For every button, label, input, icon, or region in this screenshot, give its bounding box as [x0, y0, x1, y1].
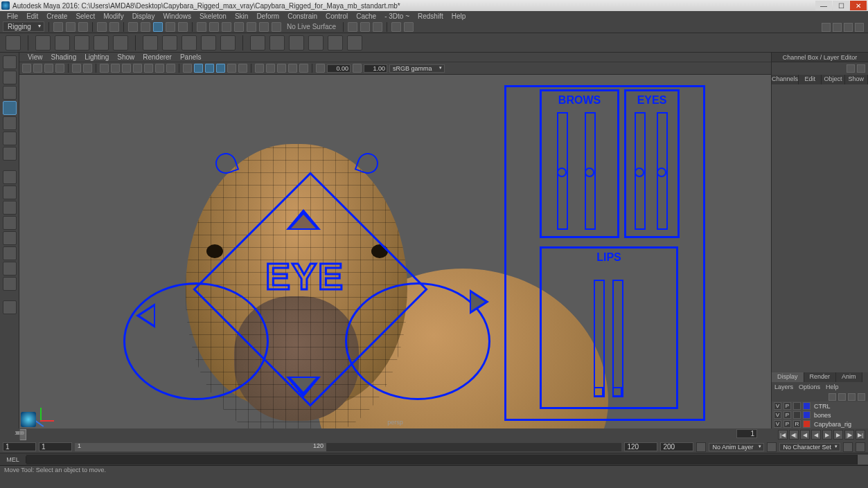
layer-tab-anim[interactable]: Anim	[836, 372, 862, 382]
script-editor-icon[interactable]	[857, 455, 868, 464]
menu-create[interactable]: Create	[42, 12, 71, 20]
prefs-icon[interactable]	[856, 442, 865, 452]
layer-create-selected-icon[interactable]	[858, 393, 865, 401]
panel-depth-of-field-icon[interactable]	[288, 64, 297, 73]
anim-start-field[interactable]	[3, 442, 36, 451]
menu-display[interactable]: Display	[128, 12, 159, 20]
auto-key-icon[interactable]	[843, 442, 853, 452]
menu-file[interactable]: File	[3, 12, 22, 20]
module-selector-dropdown[interactable]: Rigging	[3, 21, 44, 32]
layer-row[interactable]: VPbones	[772, 410, 868, 419]
layer-name-label[interactable]: CTRL	[813, 403, 866, 410]
play-forward-button[interactable]: ▶	[822, 430, 832, 440]
ipr-render-icon[interactable]	[373, 22, 382, 32]
panel-image-plane-icon[interactable]	[55, 64, 64, 73]
snap-grid-icon[interactable]	[197, 22, 206, 32]
panel-gamma-field[interactable]	[364, 64, 387, 73]
layers-toggle-icon[interactable]	[857, 64, 865, 73]
toggle-tool-settings-icon[interactable]	[833, 23, 842, 32]
playback-end-field[interactable]	[624, 442, 657, 451]
brows-slider-right-handle[interactable]	[585, 168, 594, 177]
menu-cache[interactable]: Cache	[352, 12, 380, 20]
shelf-item-8-icon[interactable]	[181, 35, 197, 51]
lips-control-box[interactable]: LIPS	[540, 246, 678, 409]
panel-film-gate-icon[interactable]	[111, 64, 120, 73]
select-mask-icon[interactable]	[166, 22, 175, 32]
panel-resolution-gate-icon[interactable]	[122, 64, 131, 73]
panel-wire-on-shaded-icon[interactable]	[216, 64, 225, 73]
layer-playback-toggle[interactable]: P	[783, 411, 791, 419]
step-back-frame-button[interactable]: ◀	[800, 430, 810, 440]
layout-single-icon[interactable]	[3, 170, 17, 184]
window-minimize-button[interactable]: —	[815, 1, 832, 10]
menu-help[interactable]: Help	[448, 12, 470, 20]
menu-windows[interactable]: Windows	[159, 12, 195, 20]
channel-box-body[interactable]	[772, 84, 868, 372]
panel-colorspace-dropdown[interactable]: sRGB gamma	[389, 64, 445, 73]
layout-three-icon[interactable]	[3, 231, 17, 245]
panel-menu-lighting[interactable]: Lighting	[80, 53, 113, 61]
open-scene-icon[interactable]	[66, 22, 76, 32]
panel-gate-mask-icon[interactable]	[133, 64, 142, 73]
shelf-item-4-icon[interactable]	[94, 35, 109, 51]
construction-history-icon[interactable]	[348, 22, 357, 32]
layer-row[interactable]: VPCTRL	[772, 401, 868, 410]
eyes-slider-right-handle[interactable]	[657, 168, 666, 177]
menu-modify[interactable]: Modify	[99, 12, 127, 20]
channel-tab-edit[interactable]: Edit	[799, 75, 822, 84]
layer-color-swatch[interactable]	[803, 420, 811, 428]
panel-wireframe-icon[interactable]	[183, 64, 192, 73]
snap-curve-icon[interactable]	[209, 22, 219, 32]
select-mask2-icon[interactable]	[178, 22, 188, 32]
window-maximize-button[interactable]: ☐	[833, 1, 849, 10]
save-scene-icon[interactable]	[78, 22, 88, 32]
menu-control[interactable]: Control	[321, 12, 352, 20]
current-frame-field[interactable]	[736, 429, 757, 438]
anim-layer-dropdown[interactable]: No Anim Layer	[709, 443, 764, 451]
panel-xray-icon[interactable]	[266, 64, 275, 73]
channel-tab-object[interactable]: Object	[822, 75, 844, 84]
layer-menu-options[interactable]: Options	[799, 383, 820, 390]
layer-row[interactable]: VPRCapybara_rig	[772, 419, 868, 428]
select-hierarchy-icon[interactable]	[128, 22, 138, 32]
layout-graph-icon[interactable]	[3, 262, 17, 275]
layer-move-down-icon[interactable]	[838, 393, 846, 401]
panel-safe-title-icon[interactable]	[166, 64, 175, 73]
face-control-panel[interactable]: BROWS EYES LIPS	[504, 85, 705, 421]
go-to-end-button[interactable]: ▶|	[856, 430, 865, 440]
shelf-item-1-icon[interactable]	[35, 35, 51, 51]
shelf-item-6-icon[interactable]	[143, 35, 158, 51]
panel-use-lights-icon[interactable]	[227, 64, 236, 73]
eyes-control-box[interactable]: EYES	[624, 89, 680, 238]
layer-color-swatch[interactable]	[803, 402, 811, 410]
lasso-tool-icon[interactable]	[3, 71, 17, 84]
shelf-item-13-icon[interactable]	[289, 35, 304, 51]
last-tool-icon[interactable]	[3, 147, 17, 161]
snap-toggle-icon[interactable]	[259, 22, 269, 32]
layout-four-icon[interactable]	[3, 186, 17, 199]
layout-outliner-icon[interactable]	[3, 246, 17, 260]
menu-select[interactable]: Select	[71, 12, 99, 20]
rotate-tool-icon[interactable]	[3, 116, 17, 130]
panel-menu-shading[interactable]: Shading	[47, 53, 81, 61]
toggle-channel-box-icon[interactable]	[844, 23, 853, 32]
range-slider-track[interactable]: 1 120	[75, 443, 621, 451]
panel-menu-view[interactable]: View	[24, 53, 47, 61]
channel-tab-channels[interactable]: Channels	[772, 75, 799, 84]
shelf-item-3-icon[interactable]	[74, 35, 89, 51]
scale-tool-icon[interactable]	[3, 132, 17, 145]
lips-slider-left-track[interactable]	[594, 280, 605, 397]
render-frame-icon[interactable]	[360, 22, 370, 32]
menu-deform[interactable]: Deform	[252, 12, 283, 20]
panel-lock-camera-icon[interactable]	[33, 64, 42, 73]
lips-slider-right-handle[interactable]	[612, 387, 622, 397]
layer-reference-toggle[interactable]: R	[793, 420, 801, 428]
shelf-tab-icon[interactable]	[6, 35, 21, 51]
new-scene-icon[interactable]	[53, 22, 63, 32]
anim-layer-icon[interactable]	[696, 442, 706, 452]
layer-playback-toggle[interactable]: P	[783, 420, 791, 428]
layer-color-swatch[interactable]	[803, 411, 811, 419]
step-back-key-button[interactable]: ◀|	[789, 430, 799, 440]
paint-select-tool-icon[interactable]	[3, 86, 17, 100]
shelf-item-16-icon[interactable]	[347, 35, 362, 51]
